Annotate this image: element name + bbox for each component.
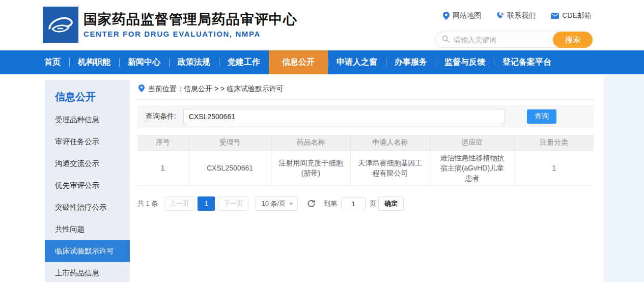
nav-item-functions[interactable]: 机构职能	[69, 50, 119, 74]
search-icon	[435, 35, 450, 45]
breadcrumb: 当前位置：信息公开 > > 临床试验默示许可	[137, 81, 594, 100]
sidebar-item-marketed-drugs[interactable]: 上市药品信息	[45, 262, 130, 282]
cell-drug-name: 注射用间充质干细胞(脐带)	[271, 150, 350, 186]
search-button[interactable]: 搜索	[553, 32, 593, 48]
sidebar-item-accepted-varieties[interactable]: 受理品种信息	[45, 109, 130, 131]
goto-page-input[interactable]	[341, 197, 366, 210]
link-sitemap-label: 网站地图	[453, 11, 481, 20]
page-number-button[interactable]: 1	[198, 196, 215, 211]
sidebar-item-priority-review[interactable]: 优先审评公示	[45, 175, 130, 196]
goto-suffix: 页	[370, 199, 376, 208]
goto-prefix: 到第	[324, 199, 337, 208]
query-condition-input[interactable]	[183, 109, 505, 124]
col-header-applicant: 申请人名称	[350, 135, 430, 150]
table-header-row: 序号 受理号 药品名称 申请人名称 适应症 注册分类	[137, 135, 594, 150]
total-count: 共 1 条	[137, 199, 158, 208]
col-header-drug-name: 药品名称	[271, 135, 350, 150]
next-page-button[interactable]: 下一页	[218, 196, 248, 211]
brand-text: 国家药品监督管理局药品审评中心 CENTER FOR DRUG EVALUATI…	[83, 11, 297, 39]
nav-item-services[interactable]: 办事服务	[386, 50, 436, 74]
right-background-panel	[604, 75, 644, 282]
table-row: 1 CXSL2500661 注射用间充质干细胞(脐带) 天津昂赛细胞基因工程有限…	[137, 150, 594, 186]
keyword-search-input[interactable]	[454, 36, 535, 44]
cell-applicant: 天津昂赛细胞基因工程有限公司	[350, 150, 430, 186]
breadcrumb-pin-icon	[138, 84, 145, 94]
main-content: 当前位置：信息公开 > > 临床试验默示许可 查询条件: 查询 序号 受理号 药…	[137, 81, 594, 211]
query-label: 查询条件:	[146, 112, 176, 121]
col-header-registration-class: 注册分类	[514, 135, 594, 150]
link-contact-label: 联系我们	[507, 11, 536, 20]
location-pin-icon	[443, 12, 450, 20]
cell-registration-class: 1	[514, 150, 594, 186]
nav-item-home[interactable]: 首页	[36, 50, 69, 74]
goto-page-group: 到第 页	[324, 197, 376, 210]
cell-seq: 1	[137, 150, 188, 186]
link-mailbox-label: CDE邮箱	[562, 11, 592, 20]
mail-icon	[551, 13, 559, 19]
pagination: 共 1 条 上一页 1 下一页 10 条/页 到第 页 确定	[137, 196, 594, 211]
nav-item-applicant-window[interactable]: 申请人之窗	[328, 50, 386, 74]
cde-logo	[43, 7, 78, 43]
cell-indication: 难治性急性移植物抗宿主病(aGvHD)儿童患者	[430, 150, 514, 186]
col-header-seq: 序号	[137, 135, 188, 150]
link-sitemap[interactable]: 网站地图	[443, 11, 481, 20]
col-header-acceptance-no: 受理号	[188, 135, 271, 150]
quick-links: 网站地图 联系我们 CDE邮箱	[443, 11, 592, 20]
main-nav: 首页 机构职能 新闻中心 政策法规 党建工作 信息公开 申请人之窗 办事服务 监…	[0, 50, 644, 74]
prev-page-button[interactable]: 上一页	[164, 196, 194, 211]
site-subtitle: CENTER FOR DRUG EVALUATION, NMPA	[83, 30, 297, 38]
nav-item-news[interactable]: 新闻中心	[119, 50, 169, 74]
sidebar-item-clinical-trial-implied-license[interactable]: 临床试验默示许可	[45, 240, 130, 262]
nav-item-policies[interactable]: 政策法规	[169, 50, 219, 74]
site-header: 国家药品监督管理局药品审评中心 CENTER FOR DRUG EVALUATI…	[0, 0, 644, 50]
nav-item-info-disclosure[interactable]: 信息公开	[269, 50, 328, 74]
breadcrumb-text: 当前位置：信息公开 > > 临床试验默示许可	[148, 84, 284, 94]
sidebar-item-communication[interactable]: 沟通交流公示	[45, 153, 130, 175]
sidebar-item-breakthrough-therapy[interactable]: 突破性治疗公示	[45, 196, 130, 218]
site-title: 国家药品监督管理局药品审评中心	[83, 11, 297, 29]
confirm-button[interactable]: 确定	[378, 196, 404, 211]
sidebar-item-common-issues[interactable]: 共性问题	[45, 218, 130, 240]
sidebar-title: 信息公开	[45, 80, 130, 109]
info-sidebar: 信息公开 受理品种信息 审评任务公示 沟通交流公示 优先审评公示 突破性治疗公示…	[45, 80, 130, 282]
header-search: 搜索	[435, 32, 593, 48]
nav-item-supervision[interactable]: 监督与反馈	[436, 50, 494, 74]
link-mailbox[interactable]: CDE邮箱	[551, 11, 592, 20]
header-right: 网站地图 联系我们 CDE邮箱 搜索	[435, 0, 593, 48]
phone-icon	[496, 12, 504, 20]
page-size-select[interactable]: 10 条/页	[256, 196, 298, 211]
page-size-value: 10 条/页	[261, 199, 286, 208]
cell-acceptance-no: CXSL2500661	[188, 150, 271, 186]
chevron-down-icon	[289, 203, 293, 205]
col-header-indication: 适应症	[430, 135, 514, 150]
sidebar-item-review-tasks[interactable]: 审评任务公示	[45, 131, 130, 153]
results-table: 序号 受理号 药品名称 申请人名称 适应症 注册分类 1 CXSL2500661…	[137, 135, 594, 186]
nav-item-registration-platform[interactable]: 登记备案平台	[494, 50, 560, 74]
refresh-icon[interactable]	[307, 200, 316, 208]
query-bar: 查询条件: 查询	[137, 105, 594, 128]
link-contact[interactable]: 联系我们	[496, 11, 536, 20]
brand[interactable]: 国家药品监督管理局药品审评中心 CENTER FOR DRUG EVALUATI…	[43, 7, 297, 43]
nav-item-party[interactable]: 党建工作	[219, 50, 269, 74]
query-button[interactable]: 查询	[527, 109, 556, 124]
